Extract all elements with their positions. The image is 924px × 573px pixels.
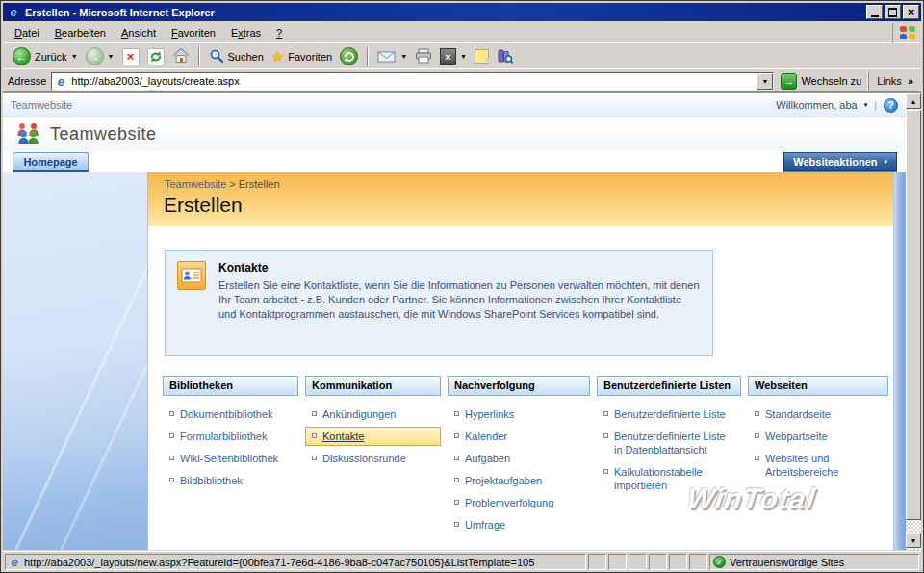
- search-button[interactable]: Suchen: [205, 46, 268, 67]
- scroll-down-button[interactable]: ▼: [906, 533, 921, 548]
- list-item-link[interactable]: Kalender: [465, 430, 507, 443]
- portal-site-link[interactable]: Teamwebsite: [11, 99, 72, 111]
- list-item-link[interactable]: Diskussionsrunde: [322, 452, 406, 465]
- restore-button[interactable]: [885, 5, 901, 19]
- list-item[interactable]: Benutzerdefinierte Liste in Datenblattan…: [597, 427, 741, 459]
- address-input[interactable]: e http://aba2003/_layouts/create.aspx ▼: [51, 72, 774, 91]
- notes-icon: [475, 49, 489, 64]
- list-item-link[interactable]: Kontakte: [322, 430, 364, 443]
- list-item[interactable]: Formularbibliothek: [163, 427, 298, 446]
- page-body: Teamwebsite > Erstellen Erstellen: [3, 172, 906, 550]
- go-button[interactable]: → Wechseln zu: [774, 71, 868, 91]
- research-button[interactable]: [493, 46, 517, 67]
- links-toolbar[interactable]: Links »: [868, 71, 917, 91]
- list-item-link[interactable]: Projektaufgaben: [465, 474, 542, 487]
- list-item[interactable]: Dokumentbibliothek: [163, 404, 298, 424]
- list-item-link[interactable]: Umfrage: [465, 518, 505, 532]
- security-zone-label: Vertrauenswürdige Sites: [730, 557, 844, 568]
- toolbar-separator: [367, 47, 369, 66]
- scrollbar-thumb[interactable]: [906, 110, 921, 520]
- close-button[interactable]: ×: [903, 5, 919, 19]
- mail-button[interactable]: ▼: [373, 47, 411, 66]
- list-item-link[interactable]: Standardseite: [765, 407, 831, 421]
- list-item[interactable]: Websites und Arbeitsbereiche: [748, 449, 888, 482]
- list-item-link[interactable]: Aufgaben: [465, 452, 510, 465]
- restore-icon: [888, 9, 897, 16]
- scroll-up-button[interactable]: ▲: [906, 93, 921, 109]
- home-button[interactable]: [168, 45, 193, 67]
- site-logo-icon[interactable]: [15, 122, 41, 147]
- chevron-overflow-icon[interactable]: »: [908, 75, 913, 87]
- mail-dropdown-caret-icon[interactable]: ▼: [400, 53, 407, 60]
- history-button[interactable]: [336, 45, 362, 67]
- list-item-link[interactable]: Formularbibliothek: [180, 430, 267, 443]
- list-item[interactable]: Standardseite: [748, 404, 888, 424]
- menu-item-ansicht[interactable]: Ansicht: [114, 24, 164, 41]
- menu-item-datei[interactable]: Datei: [7, 24, 47, 41]
- square-bullet-icon: [603, 411, 608, 416]
- refresh-button[interactable]: [143, 46, 168, 67]
- list-item-link[interactable]: Wiki-Seitenbibliothek: [180, 452, 278, 465]
- list-item[interactable]: Projektaufgaben: [448, 471, 590, 490]
- notes-button[interactable]: [471, 47, 493, 65]
- category-header: Kommunikation: [305, 376, 441, 396]
- square-bullet-icon: [755, 411, 759, 416]
- list-item[interactable]: Kalender: [448, 427, 590, 446]
- edit-dropdown-caret-icon[interactable]: ▼: [460, 53, 467, 60]
- back-dropdown-caret-icon[interactable]: ▼: [71, 53, 78, 60]
- forward-icon: →: [86, 47, 104, 65]
- divider: |: [874, 99, 877, 111]
- list-item[interactable]: Diskussionsrunde: [305, 449, 441, 468]
- status-small-panels: [588, 554, 707, 570]
- square-bullet-icon: [169, 478, 174, 482]
- welcome-menu[interactable]: Willkommen, aba ▾ | ?: [776, 98, 898, 113]
- site-title[interactable]: Teamwebsite: [50, 124, 157, 144]
- list-item-link[interactable]: Hyperlinks: [465, 407, 514, 421]
- list-item[interactable]: Umfrage: [448, 515, 590, 534]
- favorites-button[interactable]: ★ Favoriten: [268, 47, 336, 65]
- list-item-link[interactable]: Ankündigungen: [322, 407, 396, 421]
- menu-item-?[interactable]: ?: [269, 24, 290, 41]
- vertical-scrollbar[interactable]: ▲ ▼: [906, 93, 921, 550]
- minimize-button[interactable]: [866, 5, 883, 19]
- help-icon[interactable]: ?: [884, 98, 898, 113]
- list-item-link[interactable]: Problemverfolgung: [465, 496, 553, 509]
- forward-dropdown-caret-icon[interactable]: ▼: [108, 53, 115, 60]
- address-dropdown-button[interactable]: ▼: [757, 73, 773, 90]
- list-item[interactable]: Aufgaben: [448, 449, 590, 468]
- edit-button[interactable]: × ▼: [436, 46, 471, 66]
- list-item[interactable]: Bildbibliothek: [163, 471, 298, 490]
- menu-item-extras[interactable]: Extras: [223, 24, 269, 41]
- left-navigation-panel: [3, 172, 148, 550]
- site-actions-button[interactable]: Websiteaktionen ▾: [783, 152, 897, 171]
- tab-homepage[interactable]: Homepage: [13, 152, 89, 172]
- stop-button[interactable]: ×: [118, 46, 143, 67]
- back-button[interactable]: ← Zurück ▼: [9, 45, 82, 67]
- list-item[interactable]: Hyperlinks: [448, 404, 590, 424]
- list-item-link[interactable]: Websites und Arbeitsbereiche: [765, 452, 884, 479]
- list-item-link[interactable]: Benutzerdefinierte Liste in Datenblattan…: [614, 430, 736, 456]
- list-item-link[interactable]: Benutzerdefinierte Liste: [614, 407, 726, 421]
- square-bullet-icon: [169, 411, 174, 416]
- list-item-link[interactable]: Bildbibliothek: [180, 474, 243, 487]
- page-header: Teamwebsite > Erstellen Erstellen: [148, 172, 893, 226]
- forward-button[interactable]: → ▼: [82, 45, 118, 67]
- status-bar: e http://aba2003/_layouts/new.aspx?Featu…: [3, 551, 921, 571]
- windows-flag-icon: [900, 26, 915, 40]
- top-navigation: Homepage Websiteaktionen ▾: [3, 151, 906, 172]
- list-item[interactable]: Wiki-Seitenbibliothek: [163, 449, 298, 468]
- menu-item-favoriten[interactable]: Favoriten: [164, 24, 223, 41]
- list-item[interactable]: Webpartseite: [748, 427, 888, 446]
- selected-item-title: Kontakte: [218, 261, 701, 274]
- breadcrumb-root-link[interactable]: Teamwebsite: [165, 178, 226, 190]
- status-url-panel: e http://aba2003/_layouts/new.aspx?Featu…: [5, 554, 586, 570]
- list-item[interactable]: Kontakte: [305, 427, 441, 446]
- list-item-link[interactable]: Dokumentbibliothek: [180, 407, 273, 421]
- list-item[interactable]: Problemverfolgung: [448, 493, 590, 512]
- list-item[interactable]: Benutzerdefinierte Liste: [597, 404, 741, 424]
- list-item-link[interactable]: Webpartseite: [765, 430, 828, 443]
- print-button[interactable]: [411, 46, 436, 67]
- history-icon: [340, 47, 358, 65]
- menu-item-bearbeiten[interactable]: Bearbeiten: [47, 24, 114, 41]
- list-item[interactable]: Ankündigungen: [305, 404, 441, 424]
